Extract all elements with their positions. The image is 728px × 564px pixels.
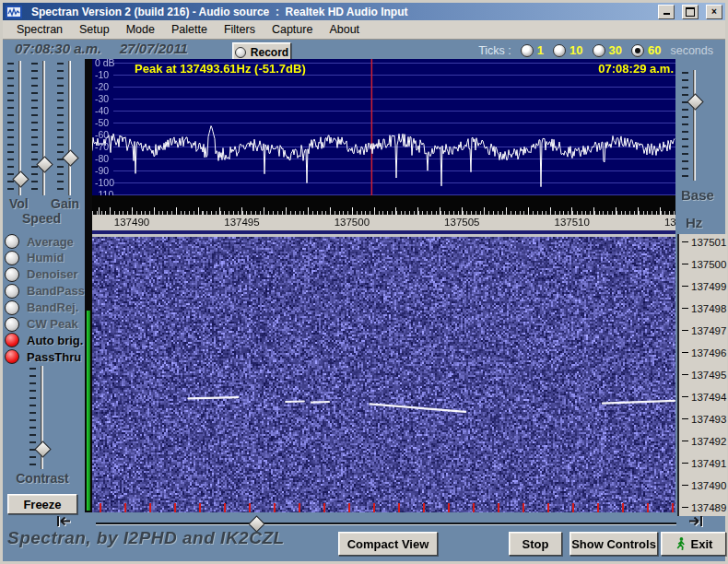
- spectrum-panel[interactable]: 0 dB-10-20-30-40-50-60-70-80-90-100-110 …: [92, 59, 675, 195]
- led-average[interactable]: [5, 234, 19, 249]
- stop-label: Stop: [523, 537, 549, 551]
- speed-slider[interactable]: [29, 61, 52, 195]
- scroll-left-arrow[interactable]: [53, 514, 74, 528]
- waterfall-frequency-label: 137494: [682, 391, 726, 403]
- contrast-label: Contrast: [9, 471, 76, 486]
- volume-slider[interactable]: [6, 61, 28, 195]
- menu-item-palette[interactable]: Palette: [163, 21, 216, 38]
- ticks-option-10[interactable]: 10: [553, 43, 582, 57]
- gain-label: Gain: [51, 196, 79, 211]
- freeze-label: Freeze: [23, 498, 61, 511]
- compact-view-button[interactable]: Compact View: [338, 532, 438, 556]
- menu-item-setup[interactable]: Setup: [71, 21, 118, 38]
- indicator-denoiser[interactable]: Denoiser: [5, 267, 78, 282]
- indicator-bandpass[interactable]: BandPass: [5, 284, 85, 299]
- maximize-icon: [686, 7, 695, 17]
- record-label: Record: [251, 46, 288, 59]
- indicator-humid[interactable]: Humid: [5, 251, 64, 265]
- waterfall-frequency-label: 137500: [682, 258, 726, 270]
- slider-ticks: [682, 72, 688, 179]
- waterfall-canvas[interactable]: [92, 237, 675, 512]
- ticks-radio-10[interactable]: [553, 44, 566, 57]
- waterfall-frequency-axis: 1375011375001374991374981374971374961374…: [677, 234, 727, 516]
- waterfall-frequency-label: 137501: [682, 236, 726, 248]
- compact-view-label: Compact View: [347, 537, 429, 551]
- ticks-option-1[interactable]: 1: [521, 43, 544, 57]
- gain-slider[interactable]: [55, 61, 77, 195]
- indicator-cw-peak[interactable]: CW Peak: [5, 317, 78, 332]
- hz-unit-label: Hz: [686, 215, 702, 230]
- scrollbar-track[interactable]: [96, 523, 676, 525]
- waterfall-frequency-label: 137498: [682, 302, 726, 314]
- led-bandrej[interactable]: [5, 300, 19, 315]
- volume-slider-thumb[interactable]: [12, 170, 29, 187]
- frequency-ruler-ticks: [92, 195, 675, 215]
- slider-track[interactable]: [42, 61, 45, 195]
- led-denoiser[interactable]: [5, 267, 19, 282]
- ticks-option-30[interactable]: 30: [593, 43, 622, 57]
- ticks-radio-1[interactable]: [521, 44, 534, 57]
- indicator-auto-brig[interactable]: Auto brig.: [5, 333, 83, 347]
- waterfall-frequency-label: 137499: [682, 280, 726, 292]
- frequency-ruler: 137490137495137500137505137510137515: [92, 215, 675, 230]
- freeze-button[interactable]: Freeze: [7, 494, 77, 514]
- level-indicator-bar: [87, 311, 90, 511]
- maximize-button[interactable]: [682, 5, 699, 19]
- led-bandpass[interactable]: [5, 284, 19, 299]
- minimize-button[interactable]: [658, 5, 675, 19]
- led-auto-brig[interactable]: [5, 333, 19, 347]
- contrast-slider-thumb[interactable]: [34, 441, 51, 457]
- indicator-bandrej[interactable]: BandRej.: [5, 300, 78, 315]
- menu-bar: SpectranSetupModePaletteFiltersCaptureAb…: [3, 20, 725, 40]
- ticks-group: Ticks : 1103060 seconds: [478, 43, 713, 57]
- ticks-radio-60[interactable]: [631, 44, 644, 57]
- ticks-option-label: 30: [609, 43, 622, 57]
- waterfall-panel[interactable]: [92, 237, 675, 512]
- ticks-option-label: 1: [537, 43, 544, 57]
- waterfall-frequency-label: 137489: [682, 501, 726, 513]
- scroll-right-arrow[interactable]: [686, 514, 706, 528]
- clock-time: 07:08:30 a.m.: [15, 41, 101, 56]
- waterfall-frequency-label: 137495: [682, 369, 726, 381]
- contrast-slider[interactable]: [28, 366, 50, 469]
- waterfall-frequency-label: 137490: [682, 479, 726, 491]
- indicator-label: PassThru: [27, 350, 81, 364]
- indicator-average[interactable]: Average: [5, 234, 74, 249]
- base-slider-thumb[interactable]: [687, 93, 703, 110]
- menu-item-capture[interactable]: Capture: [264, 21, 321, 38]
- base-slider[interactable]: [680, 70, 702, 181]
- window-title: Spectran Version 2 (build 216) - Audio s…: [31, 6, 651, 18]
- spectran-window: Spectran Version 2 (build 216) - Audio s…: [0, 0, 728, 564]
- minimize-icon: [663, 6, 670, 15]
- stop-button[interactable]: Stop: [509, 532, 562, 556]
- exit-button[interactable]: Exit: [661, 532, 726, 556]
- ticks-option-60[interactable]: 60: [631, 43, 661, 57]
- gain-slider-thumb[interactable]: [62, 149, 78, 166]
- walking-man-icon: [675, 536, 687, 551]
- menu-item-mode[interactable]: Mode: [118, 21, 163, 38]
- waterfall-frequency-label: 137493: [682, 413, 726, 425]
- volume-label: Vol: [9, 196, 29, 211]
- title-bar: Spectran Version 2 (build 216) - Audio s…: [3, 3, 725, 20]
- waterfall-frequency-label: 137491: [682, 457, 726, 469]
- led-humid[interactable]: [5, 251, 19, 265]
- menu-item-filters[interactable]: Filters: [216, 21, 264, 38]
- ticks-radio-30[interactable]: [593, 44, 605, 57]
- indicator-label: Humid: [27, 251, 64, 264]
- slider-track[interactable]: [693, 70, 696, 181]
- indicator-label: BandPass: [27, 284, 85, 298]
- indicator-label: CW Peak: [27, 317, 78, 331]
- indicator-passthru[interactable]: PassThru: [5, 349, 81, 364]
- close-icon: ×: [711, 6, 717, 17]
- show-controls-button[interactable]: Show Controls: [569, 532, 658, 556]
- ticks-unit-label: seconds: [670, 44, 713, 57]
- slider-track[interactable]: [68, 61, 71, 195]
- spectrum-canvas[interactable]: [92, 59, 675, 195]
- led-cw-peak[interactable]: [5, 317, 19, 332]
- menu-item-spectran[interactable]: Spectran: [8, 21, 71, 38]
- menu-item-about[interactable]: About: [321, 21, 368, 38]
- led-passthru[interactable]: [5, 349, 19, 364]
- speed-slider-thumb[interactable]: [36, 156, 53, 172]
- indicator-label: Average: [27, 235, 74, 249]
- close-button[interactable]: ×: [706, 5, 722, 19]
